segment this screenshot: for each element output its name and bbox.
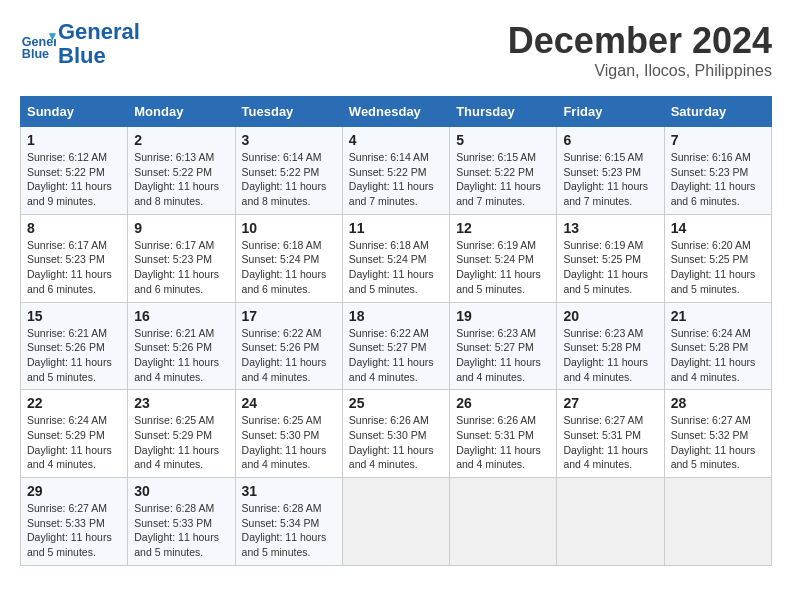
day-info: Sunrise: 6:17 AMSunset: 5:23 PMDaylight:… [134,239,219,295]
day-info: Sunrise: 6:26 AMSunset: 5:31 PMDaylight:… [456,414,541,470]
day-number: 16 [134,308,228,324]
table-row: 30 Sunrise: 6:28 AMSunset: 5:33 PMDaylig… [128,478,235,566]
table-row: 11 Sunrise: 6:18 AMSunset: 5:24 PMDaylig… [342,214,449,302]
table-row: 21 Sunrise: 6:24 AMSunset: 5:28 PMDaylig… [664,302,771,390]
day-number: 7 [671,132,765,148]
day-number: 31 [242,483,336,499]
day-info: Sunrise: 6:24 AMSunset: 5:28 PMDaylight:… [671,327,756,383]
day-info: Sunrise: 6:27 AMSunset: 5:32 PMDaylight:… [671,414,756,470]
day-number: 18 [349,308,443,324]
table-row [342,478,449,566]
calendar-table: Sunday Monday Tuesday Wednesday Thursday… [20,96,772,566]
col-tuesday: Tuesday [235,97,342,127]
day-info: Sunrise: 6:15 AMSunset: 5:23 PMDaylight:… [563,151,648,207]
day-number: 17 [242,308,336,324]
day-info: Sunrise: 6:16 AMSunset: 5:23 PMDaylight:… [671,151,756,207]
table-row: 17 Sunrise: 6:22 AMSunset: 5:26 PMDaylig… [235,302,342,390]
day-info: Sunrise: 6:22 AMSunset: 5:26 PMDaylight:… [242,327,327,383]
day-number: 23 [134,395,228,411]
day-number: 22 [27,395,121,411]
table-row: 6 Sunrise: 6:15 AMSunset: 5:23 PMDayligh… [557,127,664,215]
table-row: 7 Sunrise: 6:16 AMSunset: 5:23 PMDayligh… [664,127,771,215]
day-number: 27 [563,395,657,411]
table-row: 15 Sunrise: 6:21 AMSunset: 5:26 PMDaylig… [21,302,128,390]
day-info: Sunrise: 6:21 AMSunset: 5:26 PMDaylight:… [27,327,112,383]
logo-icon: General Blue [20,26,56,62]
table-row: 9 Sunrise: 6:17 AMSunset: 5:23 PMDayligh… [128,214,235,302]
table-row: 1 Sunrise: 6:12 AMSunset: 5:22 PMDayligh… [21,127,128,215]
calendar-row: 15 Sunrise: 6:21 AMSunset: 5:26 PMDaylig… [21,302,772,390]
day-number: 19 [456,308,550,324]
day-number: 1 [27,132,121,148]
table-row: 16 Sunrise: 6:21 AMSunset: 5:26 PMDaylig… [128,302,235,390]
table-row: 27 Sunrise: 6:27 AMSunset: 5:31 PMDaylig… [557,390,664,478]
page-header: General Blue General Blue December 2024 … [20,20,772,80]
day-info: Sunrise: 6:23 AMSunset: 5:28 PMDaylight:… [563,327,648,383]
table-row: 26 Sunrise: 6:26 AMSunset: 5:31 PMDaylig… [450,390,557,478]
table-row: 10 Sunrise: 6:18 AMSunset: 5:24 PMDaylig… [235,214,342,302]
table-row: 29 Sunrise: 6:27 AMSunset: 5:33 PMDaylig… [21,478,128,566]
day-number: 5 [456,132,550,148]
day-number: 13 [563,220,657,236]
day-info: Sunrise: 6:25 AMSunset: 5:29 PMDaylight:… [134,414,219,470]
table-row [664,478,771,566]
table-row: 8 Sunrise: 6:17 AMSunset: 5:23 PMDayligh… [21,214,128,302]
table-row: 20 Sunrise: 6:23 AMSunset: 5:28 PMDaylig… [557,302,664,390]
table-row: 14 Sunrise: 6:20 AMSunset: 5:25 PMDaylig… [664,214,771,302]
day-info: Sunrise: 6:19 AMSunset: 5:24 PMDaylight:… [456,239,541,295]
day-info: Sunrise: 6:18 AMSunset: 5:24 PMDaylight:… [349,239,434,295]
day-number: 4 [349,132,443,148]
day-info: Sunrise: 6:22 AMSunset: 5:27 PMDaylight:… [349,327,434,383]
table-row: 28 Sunrise: 6:27 AMSunset: 5:32 PMDaylig… [664,390,771,478]
day-info: Sunrise: 6:21 AMSunset: 5:26 PMDaylight:… [134,327,219,383]
day-number: 12 [456,220,550,236]
col-sunday: Sunday [21,97,128,127]
day-number: 8 [27,220,121,236]
day-info: Sunrise: 6:24 AMSunset: 5:29 PMDaylight:… [27,414,112,470]
day-info: Sunrise: 6:19 AMSunset: 5:25 PMDaylight:… [563,239,648,295]
title-block: December 2024 Vigan, Ilocos, Philippines [508,20,772,80]
day-number: 14 [671,220,765,236]
table-row [557,478,664,566]
col-thursday: Thursday [450,97,557,127]
day-number: 9 [134,220,228,236]
col-monday: Monday [128,97,235,127]
day-info: Sunrise: 6:15 AMSunset: 5:22 PMDaylight:… [456,151,541,207]
day-info: Sunrise: 6:14 AMSunset: 5:22 PMDaylight:… [349,151,434,207]
day-number: 20 [563,308,657,324]
day-number: 26 [456,395,550,411]
day-info: Sunrise: 6:28 AMSunset: 5:33 PMDaylight:… [134,502,219,558]
logo-text: General Blue [58,20,140,68]
table-row: 12 Sunrise: 6:19 AMSunset: 5:24 PMDaylig… [450,214,557,302]
month-title: December 2024 [508,20,772,62]
table-row: 2 Sunrise: 6:13 AMSunset: 5:22 PMDayligh… [128,127,235,215]
calendar-header-row: Sunday Monday Tuesday Wednesday Thursday… [21,97,772,127]
table-row: 22 Sunrise: 6:24 AMSunset: 5:29 PMDaylig… [21,390,128,478]
day-number: 11 [349,220,443,236]
day-info: Sunrise: 6:26 AMSunset: 5:30 PMDaylight:… [349,414,434,470]
day-number: 29 [27,483,121,499]
day-number: 3 [242,132,336,148]
table-row: 5 Sunrise: 6:15 AMSunset: 5:22 PMDayligh… [450,127,557,215]
logo: General Blue General Blue [20,20,140,68]
calendar-row: 1 Sunrise: 6:12 AMSunset: 5:22 PMDayligh… [21,127,772,215]
table-row: 23 Sunrise: 6:25 AMSunset: 5:29 PMDaylig… [128,390,235,478]
day-info: Sunrise: 6:28 AMSunset: 5:34 PMDaylight:… [242,502,327,558]
day-info: Sunrise: 6:27 AMSunset: 5:33 PMDaylight:… [27,502,112,558]
day-number: 15 [27,308,121,324]
day-info: Sunrise: 6:20 AMSunset: 5:25 PMDaylight:… [671,239,756,295]
day-info: Sunrise: 6:12 AMSunset: 5:22 PMDaylight:… [27,151,112,207]
calendar-row: 8 Sunrise: 6:17 AMSunset: 5:23 PMDayligh… [21,214,772,302]
calendar-row: 22 Sunrise: 6:24 AMSunset: 5:29 PMDaylig… [21,390,772,478]
table-row: 18 Sunrise: 6:22 AMSunset: 5:27 PMDaylig… [342,302,449,390]
logo-line1: General [58,19,140,44]
day-info: Sunrise: 6:14 AMSunset: 5:22 PMDaylight:… [242,151,327,207]
table-row [450,478,557,566]
svg-text:Blue: Blue [22,48,49,62]
table-row: 24 Sunrise: 6:25 AMSunset: 5:30 PMDaylig… [235,390,342,478]
day-number: 21 [671,308,765,324]
col-friday: Friday [557,97,664,127]
day-number: 24 [242,395,336,411]
location-title: Vigan, Ilocos, Philippines [508,62,772,80]
col-saturday: Saturday [664,97,771,127]
